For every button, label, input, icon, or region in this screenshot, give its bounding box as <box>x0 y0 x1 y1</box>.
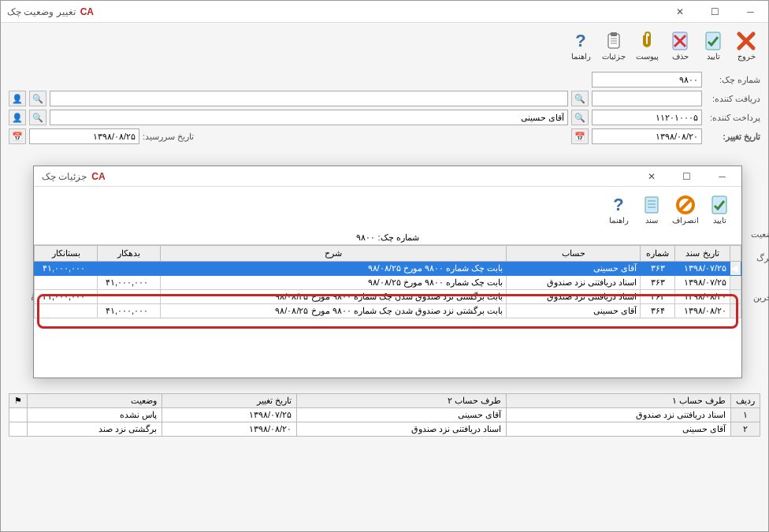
paperclip-icon <box>636 30 658 52</box>
svg-text:?: ? <box>575 31 585 50</box>
due-date-input[interactable] <box>29 128 139 144</box>
dialog-confirm-button[interactable]: تایید <box>704 188 735 229</box>
col-chdate: تاریخ تغییر <box>162 394 297 408</box>
col-acc2: طرف حساب ۲ <box>297 394 507 408</box>
dialog-cancel-label: انصراف <box>672 216 699 225</box>
col-rownum: ردیف <box>731 394 760 408</box>
grid-col-desc[interactable]: شرح <box>161 246 507 262</box>
dialog-doc-button[interactable]: سند <box>636 188 667 229</box>
side-last-label: آخرین <box>753 292 770 303</box>
receiver-name-input[interactable] <box>50 91 568 106</box>
dialog-help-icon: ? <box>607 194 630 216</box>
payer-search-icon[interactable]: 🔍 <box>571 110 589 125</box>
exit-label: خروج <box>737 52 756 61</box>
app-logo: CA <box>80 6 94 17</box>
dialog-titlebar: CA جزئیات چک ─ ☐ ✕ <box>34 166 741 187</box>
dialog-cancel-icon <box>674 194 697 216</box>
details-dialog: CA جزئیات چک ─ ☐ ✕ تایید انصراف سند ? را… <box>33 166 742 378</box>
payer-search2-icon[interactable]: 🔍 <box>29 110 46 125</box>
svg-rect-0 <box>706 32 720 50</box>
cheque-no-input[interactable] <box>592 72 702 87</box>
svg-rect-8 <box>712 196 726 214</box>
dialog-confirm-icon <box>708 194 730 216</box>
svg-line-10 <box>680 199 691 210</box>
delete-label: حذف <box>672 52 689 61</box>
side-status-label: وضعیت <box>751 229 770 240</box>
due-date-label: تاریخ سررسید: <box>143 132 194 142</box>
exit-icon <box>735 30 757 52</box>
help-button[interactable]: ? راهنما <box>565 24 596 65</box>
grid-row[interactable]: ۱۳۹۸/۰۸/۲۰۳۶۴آقای حسینیبابت برگشتی نزد ص… <box>35 304 741 318</box>
change-date-input[interactable] <box>592 128 702 144</box>
svg-text:?: ? <box>613 195 623 214</box>
filter-icon[interactable]: ⚑ <box>9 394 28 408</box>
dialog-cancel-button[interactable]: انصراف <box>669 188 702 229</box>
main-titlebar: CA تغییر وضعیت چک ─ ☐ ✕ <box>1 1 768 23</box>
delete-icon <box>669 30 691 52</box>
col-state: وضعیت <box>28 394 162 408</box>
receiver-label: دریافت کننده: <box>705 94 760 104</box>
attach-label: پیوست <box>636 52 659 61</box>
dialog-doc-label: سند <box>645 216 658 225</box>
confirm-label: تایید <box>707 52 720 61</box>
payer-person-icon[interactable]: 👤 <box>9 110 26 125</box>
form-area: شماره چک: دریافت کننده: 🔍 🔍 👤 پرداخت کنن… <box>1 67 768 152</box>
grid-col-credit[interactable]: بستانکار <box>35 246 98 262</box>
dialog-confirm-label: تایید <box>713 216 726 225</box>
grid-col-debit[interactable]: بدهکار <box>98 246 161 262</box>
receiver-search2-icon[interactable]: 🔍 <box>29 91 46 106</box>
dialog-close-button[interactable]: ✕ <box>633 166 669 188</box>
cheque-no-label: شماره چک: <box>705 75 760 85</box>
help-icon: ? <box>570 30 592 52</box>
change-date-label: تاریخ تغییر: <box>705 132 760 142</box>
payer-label: پرداخت کننده: <box>705 113 760 123</box>
dialog-help-label: راهنما <box>609 216 629 225</box>
dialog-cheque-label: شماره چک: ۹۸۰۰ <box>34 231 741 245</box>
exit-button[interactable]: خروج <box>730 24 762 65</box>
dialog-logo: CA <box>91 171 105 182</box>
details-button[interactable]: جزئیات <box>598 24 630 65</box>
status-table: ردیف طرف حساب ۱ طرف حساب ۲ تاریخ تغییر و… <box>9 393 760 437</box>
receiver-person-icon[interactable]: 👤 <box>9 91 26 106</box>
status-row[interactable]: ۱اسناد دریافتنی نزد صندوقآقای حسینی۱۳۹۸/… <box>9 408 760 422</box>
receiver-search-icon[interactable]: 🔍 <box>571 91 589 106</box>
svg-rect-11 <box>645 197 658 213</box>
payer-code-input[interactable] <box>592 110 702 125</box>
close-button[interactable]: ✕ <box>662 1 697 23</box>
payer-name-input[interactable] <box>50 110 568 125</box>
dialog-maximize-button[interactable]: ☐ <box>669 166 704 188</box>
svg-rect-3 <box>611 32 617 36</box>
dialog-toolbar: تایید انصراف سند ? راهنما <box>34 187 741 231</box>
clipboard-icon <box>603 30 625 52</box>
status-row[interactable]: ۲آقای حسینیاسناد دریافتنی نزد صندوق۱۳۹۸/… <box>9 422 760 437</box>
grid-col-acc[interactable]: حساب <box>507 246 641 262</box>
details-grid: تاریخ سند شماره حساب شرح بدهکار بستانکار… <box>34 245 741 318</box>
help-label: راهنما <box>571 52 591 61</box>
maximize-button[interactable]: ☐ <box>697 1 733 23</box>
col-acc1: طرف حساب ۱ <box>507 394 731 408</box>
dialog-minimize-button[interactable]: ─ <box>704 166 740 188</box>
receiver-code-input[interactable] <box>592 91 702 106</box>
delete-button[interactable]: حذف <box>664 24 696 65</box>
grid-col-no[interactable]: شماره <box>641 246 675 262</box>
confirm-button[interactable]: تایید <box>697 24 729 65</box>
grid-indicator-col <box>730 246 741 262</box>
dialog-help-button[interactable]: ? راهنما <box>603 188 634 229</box>
side-return-label: برگ <box>756 253 770 263</box>
dialog-title: جزئیات چک <box>42 171 87 182</box>
grid-col-docdate[interactable]: تاریخ سند <box>675 246 730 262</box>
change-date-calendar-icon[interactable]: 📅 <box>571 128 589 144</box>
attach-button[interactable]: پیوست <box>631 24 663 65</box>
due-date-calendar-icon[interactable]: 📅 <box>9 128 26 144</box>
confirm-icon <box>702 30 724 52</box>
grid-row[interactable]: ۱۳۹۸/۰۸/۲۰۳۶۴اسناد دریافتنی نزد صندوقباب… <box>35 290 741 304</box>
main-toolbar: خروج تایید حذف پیوست جزئیات ? راهنما <box>1 23 768 67</box>
grid-row[interactable]: ۱۳۹۸/۰۷/۲۵۳۶۳اسناد دریافتنی نزد صندوقباب… <box>35 276 741 290</box>
minimize-button[interactable]: ─ <box>733 1 768 23</box>
details-label: جزئیات <box>602 52 626 61</box>
window-title: تغییر وضعیت چک <box>7 6 76 17</box>
dialog-doc-icon <box>641 194 663 216</box>
grid-row[interactable]: ◀۱۳۹۸/۰۷/۲۵۳۶۳آقای حسینیبابت چک شماره ۹۸… <box>35 262 741 276</box>
